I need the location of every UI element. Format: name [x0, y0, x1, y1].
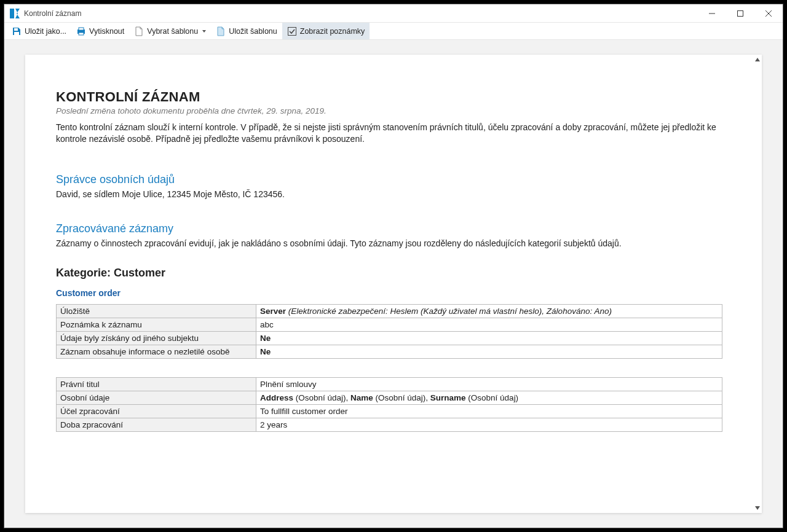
save-template-button[interactable]: Uložit šablonu — [211, 23, 282, 39]
choose-template-label: Vybrat šablonu — [147, 27, 198, 36]
record-name: Customer order — [56, 288, 722, 298]
table-row: Účel zpracování To fullfill customer ord… — [57, 404, 722, 418]
show-notes-label: Zobrazit poznámky — [300, 27, 365, 36]
choose-template-button[interactable]: Vybrat šablonu — [129, 23, 211, 39]
document-preview: KONTROLNÍ ZÁZNAM Poslední změna tohoto d… — [25, 55, 762, 513]
toolbar: Uložit jako... Vytisknout Vybrat šablonu — [4, 23, 783, 40]
cell-value: Plnění smlouvy — [256, 377, 722, 391]
cell-value: abc — [256, 318, 722, 331]
save-as-button[interactable]: Uložit jako... — [7, 23, 71, 39]
storage-table: Úložiště Server (Elektronické zabezpečen… — [56, 304, 722, 359]
window-controls — [698, 4, 783, 23]
content-area: KONTROLNÍ ZÁZNAM Poslední změna tohoto d… — [4, 40, 783, 528]
cell-value: Server (Elektronické zabezpečení: Heslem… — [256, 304, 722, 318]
cell-label: Účel zpracování — [57, 404, 256, 418]
show-notes-toggle[interactable]: Zobrazit poznámky — [282, 23, 370, 39]
table-row: Osobní údaje Address (Osobní údaj), Name… — [57, 391, 722, 404]
checkbox-checked-icon — [287, 26, 297, 36]
pd-name: Name — [350, 393, 373, 402]
cell-label: Údaje byly získány od jiného subjektu — [57, 331, 256, 345]
storage-detail: (Elektronické zabezpečení: Heslem (Každý… — [288, 307, 612, 316]
pd-surname: Surname — [430, 393, 466, 402]
table-row: Právní titul Plnění smlouvy — [57, 377, 722, 391]
cell-value: Ne — [256, 345, 722, 358]
table-row: Poznámka k záznamu abc — [57, 318, 722, 331]
controller-heading: Správce osobních údajů — [56, 173, 722, 186]
maximize-button[interactable] — [726, 4, 754, 23]
close-button[interactable] — [754, 4, 783, 23]
cell-label: Doba zpracování — [57, 418, 256, 431]
template-icon — [216, 26, 226, 36]
storage-name: Server — [260, 307, 288, 316]
print-label: Vytisknout — [89, 27, 124, 36]
svg-rect-6 — [14, 32, 19, 35]
print-icon — [76, 26, 86, 36]
table-row: Doba zpracování 2 years — [57, 418, 722, 431]
svg-rect-9 — [79, 33, 84, 35]
app-window: Kontrolní záznam Uložit jako... — [4, 4, 783, 528]
scroll-track[interactable] — [753, 65, 762, 503]
val-bold: Ne — [260, 347, 271, 356]
titlebar: Kontrolní záznam — [4, 4, 783, 23]
document-icon — [134, 26, 144, 36]
cell-value: Ne — [256, 331, 722, 345]
save-template-label: Uložit šablonu — [229, 27, 277, 36]
save-icon — [12, 26, 22, 36]
minimize-button[interactable] — [698, 4, 726, 23]
table-row: Záznam obsahuje informace o nezletilé os… — [57, 345, 722, 358]
cell-value: To fullfill customer order — [256, 404, 722, 418]
chevron-down-icon — [202, 30, 206, 33]
scroll-up-arrow[interactable] — [753, 55, 762, 65]
cell-label: Úložiště — [57, 304, 256, 318]
app-icon — [9, 8, 20, 19]
doc-title: KONTROLNÍ ZÁZNAM — [56, 89, 722, 105]
intro-paragraph: Tento kontrolní záznam slouží k interní … — [56, 122, 722, 145]
legal-table: Právní titul Plnění smlouvy Osobní údaje… — [56, 377, 722, 432]
svg-rect-5 — [14, 28, 18, 31]
category-title: Kategorie: Customer — [56, 267, 722, 280]
svg-rect-8 — [79, 28, 84, 30]
cell-label: Poznámka k záznamu — [57, 318, 256, 331]
svg-rect-0 — [10, 9, 14, 18]
cell-value: Address (Osobní údaj), Name (Osobní údaj… — [256, 391, 722, 404]
cell-label: Záznam obsahuje informace o nezletilé os… — [57, 345, 256, 358]
last-change-text: Poslední změna tohoto dokumentu proběhla… — [56, 106, 722, 115]
vertical-scrollbar[interactable] — [753, 55, 762, 513]
controller-text: David, se sídlem Moje Ulice, 12345 Moje … — [56, 189, 722, 200]
table-row: Úložiště Server (Elektronické zabezpečen… — [57, 304, 722, 318]
cell-value: 2 years — [256, 418, 722, 431]
window-title: Kontrolní záznam — [24, 9, 698, 18]
records-heading: Zpracovávané záznamy — [56, 222, 722, 235]
val-bold: Ne — [260, 334, 271, 343]
records-text: Záznamy o činnostech zpracování evidují,… — [56, 238, 722, 249]
pd-address: Address — [260, 393, 293, 402]
document-body: KONTROLNÍ ZÁZNAM Poslední změna tohoto d… — [25, 55, 753, 513]
cell-label: Osobní údaje — [57, 391, 256, 404]
print-button[interactable]: Vytisknout — [71, 23, 129, 39]
svg-rect-2 — [738, 10, 743, 16]
svg-rect-10 — [288, 27, 296, 35]
scroll-down-arrow[interactable] — [753, 503, 762, 513]
save-as-label: Uložit jako... — [25, 27, 66, 36]
cell-label: Právní titul — [57, 377, 256, 391]
table-row: Údaje byly získány od jiného subjektu Ne — [57, 331, 722, 345]
